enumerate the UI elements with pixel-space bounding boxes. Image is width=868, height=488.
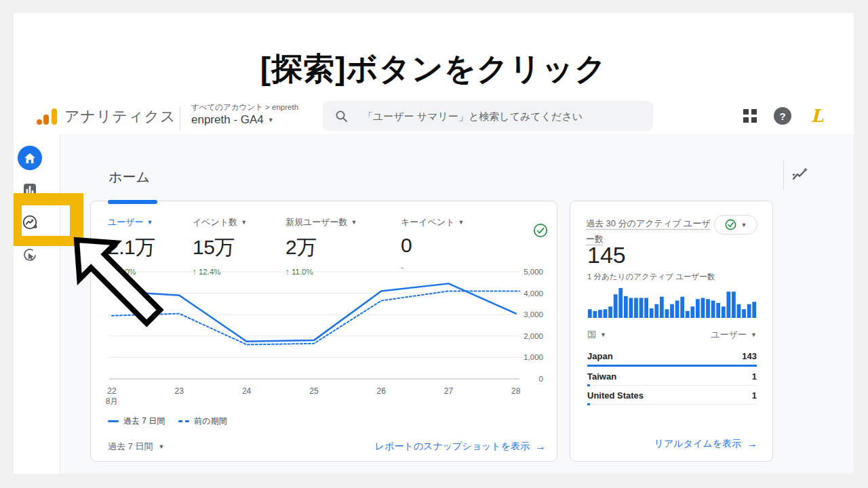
country-value: 143 — [742, 351, 757, 361]
sidebar-item-home[interactable] — [14, 146, 46, 170]
metric-value: 15万 — [193, 234, 247, 262]
account-avatar[interactable]: L — [808, 106, 827, 125]
country-row-united-states[interactable]: United States 1 — [587, 386, 757, 404]
solid-line-swatch — [108, 420, 119, 422]
active-users-value: 145 — [587, 242, 626, 268]
dashed-line-swatch — [178, 420, 189, 422]
active-users-bar-chart — [587, 287, 757, 318]
property-name: enpreth - GA4 — [191, 113, 264, 127]
country-row-japan[interactable]: Japan 143 — [587, 346, 757, 365]
list-item: Taiwan 1 — [587, 367, 757, 386]
chevron-down-icon: ▼ — [268, 117, 274, 123]
svg-text:8月: 8月 — [106, 396, 119, 406]
realtime-quality-dropdown[interactable]: ▼ — [714, 215, 757, 235]
metric-dimension-dropdown[interactable]: ユーザー ▼ — [711, 329, 757, 341]
metric-label: ユーザー — [108, 216, 144, 228]
country-name: Japan — [587, 351, 613, 361]
metric-label: キーイベント — [401, 216, 455, 228]
realtime-dimension-row: 国 ▼ ユーザー ▼ — [587, 329, 757, 341]
country-bar — [587, 385, 757, 386]
svg-text:28: 28 — [511, 386, 521, 396]
search-input[interactable] — [363, 110, 634, 122]
svg-text:5,000: 5,000 — [524, 268, 543, 276]
svg-text:22: 22 — [107, 386, 117, 396]
nav-rail-divider — [60, 134, 60, 474]
breadcrumb[interactable]: すべてのアカウント > enpreth — [191, 102, 298, 113]
active-users-caption: 1 分あたりのアクティブ ユーザー数 — [587, 272, 715, 282]
dimension-label: 国 — [587, 329, 596, 341]
realtime-card: 過去 30 分のアクティブ ユーザー数 ▼ 145 1 分あたりのアクティブ ユ… — [570, 201, 773, 462]
search-bar[interactable] — [323, 101, 653, 131]
sidebar-item-advertising[interactable] — [14, 248, 46, 262]
country-bar — [587, 404, 757, 405]
search-icon — [335, 110, 348, 123]
property-selector[interactable]: enpreth - GA4 ▼ — [191, 113, 274, 127]
overview-card-footer: 過去 7 日間 ▼ レポートのスナップショットを表示 → — [91, 438, 557, 455]
apps-grid-icon[interactable] — [743, 108, 757, 123]
svg-text:27: 27 — [444, 386, 454, 396]
date-range-label: 過去 7 日間 — [108, 441, 153, 453]
metric-value: 2万 — [285, 234, 357, 262]
chevron-down-icon[interactable]: ▼ — [351, 219, 357, 226]
metric-key-events[interactable]: キーイベント ▼ 0 - — [401, 216, 464, 271]
legend-previous-period: 前の期間 — [178, 415, 226, 427]
header-icons: ? L — [743, 106, 827, 125]
chart-legend: 過去 7 日間 前の期間 — [108, 415, 227, 427]
active-tab-indicator — [108, 200, 157, 204]
realtime-card-footer: リアルタイムを表示 → — [570, 438, 772, 450]
insights-divider — [783, 160, 784, 190]
svg-text:0: 0 — [539, 375, 543, 383]
sidebar-item-reports[interactable] — [14, 183, 46, 197]
chevron-down-icon[interactable]: ▼ — [147, 219, 153, 226]
svg-text:25: 25 — [309, 386, 319, 396]
country-row-taiwan[interactable]: Taiwan 1 — [587, 367, 757, 385]
chevron-down-icon: ▼ — [741, 222, 747, 228]
link-label: レポートのスナップショットを表示 — [375, 441, 530, 453]
reports-icon — [23, 183, 37, 197]
svg-text:4,000: 4,000 — [524, 289, 543, 298]
chevron-down-icon[interactable]: ▼ — [458, 219, 465, 226]
list-item: United States 1 — [587, 386, 757, 405]
analytics-logo-icon — [35, 107, 58, 126]
svg-text:2,000: 2,000 — [524, 332, 543, 340]
users-line-chart: 01,0002,0003,0004,0005,00022232425262728… — [91, 266, 558, 407]
page-title: ホーム — [108, 168, 150, 186]
data-quality-check-icon[interactable] — [533, 223, 548, 238]
arrow-right-icon: → — [535, 441, 546, 453]
sidebar-item-explore[interactable] — [14, 214, 46, 230]
insights-icon[interactable] — [791, 167, 808, 184]
chevron-down-icon: ▼ — [158, 443, 164, 450]
legend-label: 過去 7 日間 — [123, 415, 165, 427]
country-value: 1 — [752, 371, 757, 382]
advertising-icon — [23, 248, 37, 262]
link-label: リアルタイムを表示 — [654, 438, 741, 450]
metric-value: 0 — [401, 234, 464, 257]
chevron-down-icon: ▼ — [751, 331, 757, 338]
country-list: Japan 143 Taiwan 1 United States 1 — [587, 346, 757, 405]
metric-label: 新規ユーザー数 — [285, 216, 348, 228]
date-range-dropdown[interactable]: 過去 7 日間 ▼ — [108, 441, 164, 453]
help-icon[interactable]: ? — [774, 107, 791, 125]
report-snapshot-link[interactable]: レポートのスナップショットを表示 → — [375, 441, 546, 453]
arrow-right-icon: → — [747, 438, 757, 450]
analytics-logo[interactable]: アナリティクス — [35, 106, 176, 127]
realtime-link[interactable]: リアルタイムを表示 → — [654, 438, 757, 450]
explore-icon — [22, 214, 38, 230]
brand-name: アナリティクス — [64, 106, 176, 127]
country-value: 1 — [752, 390, 757, 401]
svg-text:1,000: 1,000 — [524, 353, 543, 361]
home-icon — [18, 146, 42, 170]
chevron-down-icon[interactable]: ▼ — [241, 219, 247, 226]
list-item: Japan 143 — [587, 346, 757, 367]
chevron-down-icon: ▼ — [600, 331, 606, 338]
dimension-label: ユーザー — [711, 329, 747, 341]
legend-current-period: 過去 7 日間 — [108, 415, 165, 427]
check-circle-icon — [725, 219, 736, 230]
svg-text:23: 23 — [175, 386, 184, 396]
metric-value: 2.1万 — [108, 234, 155, 262]
country-dimension-dropdown[interactable]: 国 ▼ — [587, 329, 606, 341]
app-header: アナリティクス すべてのアカウント > enpreth enpreth - GA… — [14, 97, 854, 134]
metric-label: イベント数 — [193, 216, 237, 228]
country-name: United States — [587, 390, 644, 401]
slide-background: [探索]ボタンをクリック アナリティクス すべてのアカウント > enpreth… — [14, 13, 854, 474]
